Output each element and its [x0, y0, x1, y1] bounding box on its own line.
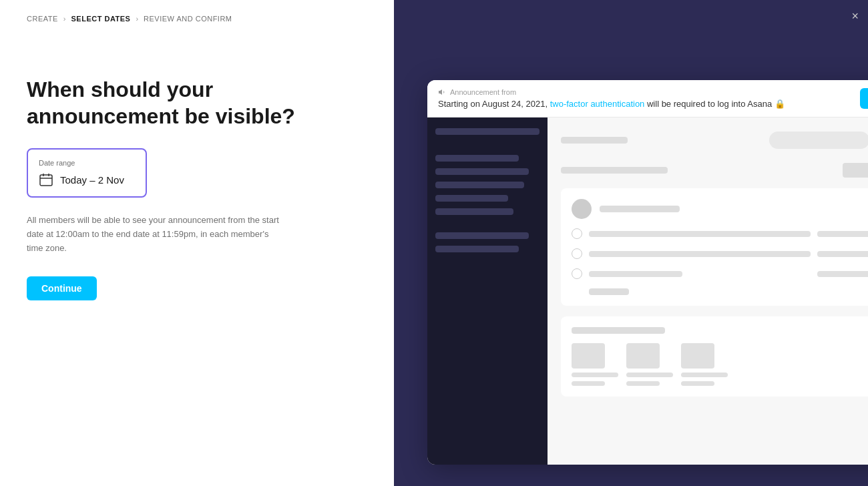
- sidebar-mock-item: [435, 155, 519, 162]
- breadcrumb-sep1: ›: [63, 15, 66, 23]
- mock-bar: [561, 167, 668, 174]
- sidebar-mock-item: [435, 128, 539, 135]
- task-row: [572, 228, 868, 239]
- from-label: Announcement from: [450, 88, 516, 96]
- card-thumb: [626, 343, 660, 369]
- announcement-link[interactable]: two-factor authentication: [550, 99, 647, 109]
- task-bar: [589, 231, 811, 237]
- body-suffix: will be required to log into Asana 🔒: [647, 99, 785, 109]
- mock-bar: [589, 288, 629, 295]
- sub-header-actions: [843, 163, 868, 178]
- sidebar-mock-item: [435, 168, 529, 175]
- breadcrumb-step2: SELECT DATES: [71, 15, 130, 23]
- announcement-actions: Learn more ×: [860, 88, 868, 109]
- description-text: All members will be able to see your ann…: [27, 214, 287, 255]
- breadcrumb-step3: REVIEW AND CONFIRM: [144, 15, 232, 23]
- date-range-text: Today – 2 Nov: [60, 174, 124, 186]
- card-item: [626, 343, 673, 386]
- sidebar-mock-item: [435, 195, 508, 202]
- announcement-banner: Announcement from Starting on August 24,…: [427, 80, 868, 117]
- content-section-1: [561, 188, 868, 306]
- card-bar: [572, 373, 618, 377]
- sidebar-mock-item: [435, 246, 519, 252]
- check-circle: [572, 268, 582, 279]
- main-content: When should your announcement be visible…: [27, 76, 367, 300]
- task-row: [572, 248, 868, 259]
- continue-button[interactable]: Continue: [27, 276, 97, 300]
- body-text: Starting on August 24, 2021,: [438, 99, 548, 109]
- bottom-header-row: [572, 327, 868, 334]
- calendar-icon: [39, 172, 53, 187]
- left-panel: CREATE › SELECT DATES › REVIEW AND CONFI…: [0, 0, 394, 486]
- announcement-body: Starting on August 24, 2021, two-factor …: [438, 99, 785, 109]
- content-row-header: [572, 199, 868, 219]
- mock-action-bar: [843, 163, 868, 178]
- card-item: [681, 343, 728, 386]
- learn-more-button[interactable]: Learn more: [860, 88, 868, 109]
- mock-search: [769, 132, 868, 149]
- breadcrumb-step1: CREATE: [27, 15, 58, 23]
- megaphone-icon: [438, 88, 446, 96]
- date-range-label: Date range: [39, 159, 135, 167]
- svg-rect-0: [40, 175, 52, 186]
- sidebar-mock: [427, 117, 548, 465]
- spacer-bar: [817, 231, 868, 237]
- spacer-bar: [817, 271, 868, 277]
- app-body-mock: [427, 117, 868, 465]
- content-section-2: [561, 316, 868, 397]
- mock-bar: [572, 327, 665, 334]
- mock-bar: [600, 206, 680, 212]
- date-range-value: Today – 2 Nov: [39, 172, 135, 187]
- top-bar-mock: [561, 131, 868, 150]
- breadcrumb-sep2: ›: [136, 15, 138, 23]
- card-bar: [626, 373, 673, 377]
- task-row: [572, 268, 868, 279]
- card-bar: [626, 381, 660, 386]
- card-item-row: [572, 343, 868, 386]
- main-area-mock: [548, 117, 868, 465]
- sub-bar: [589, 288, 868, 295]
- announcement-content: Announcement from Starting on August 24,…: [438, 88, 785, 109]
- spacer-bar: [817, 251, 868, 257]
- card-bar: [681, 373, 728, 377]
- card-item: [572, 343, 618, 386]
- mock-bar: [561, 137, 628, 144]
- breadcrumb: CREATE › SELECT DATES › REVIEW AND CONFI…: [27, 15, 367, 23]
- card-bar: [681, 381, 714, 386]
- task-bar: [589, 271, 682, 277]
- announcement-from: Announcement from: [438, 88, 785, 96]
- check-circle: [572, 248, 582, 259]
- avatar-mock: [572, 199, 592, 219]
- sub-header-mock: [561, 163, 868, 178]
- sidebar-mock-item: [435, 182, 524, 188]
- check-circle: [572, 228, 582, 239]
- close-button[interactable]: ×: [851, 9, 859, 23]
- card-thumb: [572, 343, 605, 369]
- right-panel: × Announcement from Starting on August 2…: [394, 0, 868, 486]
- date-range-selector[interactable]: Date range Today – 2 Nov: [27, 148, 147, 198]
- sidebar-mock-item: [435, 232, 529, 239]
- card-bar: [572, 381, 605, 386]
- page-title: When should your announcement be visible…: [27, 76, 367, 130]
- card-thumb: [681, 343, 714, 369]
- sidebar-mock-item: [435, 208, 513, 215]
- close-icon: ×: [851, 9, 859, 23]
- task-bar: [589, 251, 811, 257]
- top-bar-right: [769, 131, 868, 150]
- preview-card: Announcement from Starting on August 24,…: [427, 80, 868, 465]
